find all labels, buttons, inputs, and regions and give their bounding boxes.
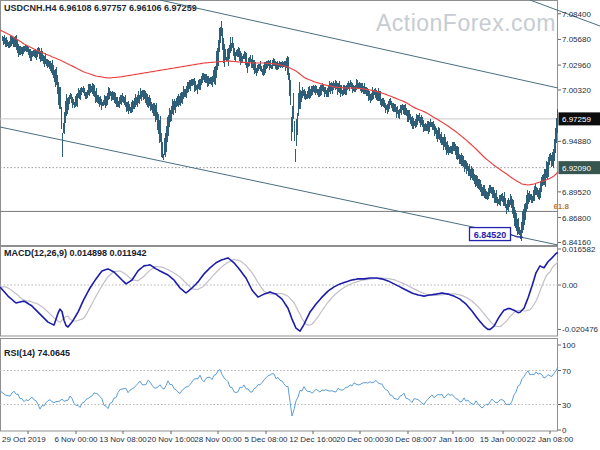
rsi-axis-label: 100 (562, 341, 576, 350)
macd-pane-label: MACD(12,26,9) 0.014898 0.011942 (4, 248, 147, 258)
current-price-badge-text: 6.97259 (562, 115, 591, 124)
chart-window: ActionForex.com USDCNH.H4 6.96108 6.9775… (0, 0, 600, 450)
rsi-pane-label: RSI(14) 74.0645 (4, 348, 70, 358)
time-label: 20 Nov 16:00 (147, 435, 195, 444)
price-axis-label: 6.86800 (562, 214, 591, 223)
rsi-pane-frame (1, 339, 558, 432)
price-axis-label: 6.89520 (562, 188, 591, 197)
price-axis-label: 7.08400 (562, 10, 591, 19)
price-axis-label: 7.00320 (562, 86, 591, 95)
macd-main-line (0, 253, 558, 332)
macd-axis-label: 0.00 (562, 281, 578, 290)
time-label: 13 Nov 08:00 (99, 435, 147, 444)
macd-pane-frame (1, 247, 558, 337)
rsi-axis-label: 30 (562, 401, 571, 410)
macd-signal-line (0, 259, 558, 326)
price-axis-label: 7.02960 (562, 61, 591, 70)
rsi-axis-label: 70 (562, 367, 571, 376)
watermark-text: ActionForex.com (376, 10, 556, 36)
time-label: 6 Nov 00:00 (54, 435, 98, 444)
low-price-tag-text: 6.84520 (474, 230, 507, 240)
ma-line (0, 30, 558, 185)
time-label: 5 Dec 08:00 (244, 435, 288, 444)
time-label: 20 Dec 00:00 (336, 435, 384, 444)
time-label: 12 Dec 16:00 (289, 435, 337, 444)
symbol-ohlc-title: USDCNH.H4 6.96108 6.97757 6.96106 6.9725… (4, 3, 197, 13)
rsi-axis-label: 0 (562, 426, 567, 435)
time-label: 22 Jan 08:00 (527, 435, 574, 444)
macd-axis-label: 0.016582 (562, 245, 596, 254)
fib-level-label: 61.8 (553, 202, 569, 211)
price-pane-frame (1, 1, 558, 246)
time-label: 7 Jan 16:00 (432, 435, 474, 444)
price-axis-label: 6.94880 (562, 137, 591, 146)
level-price-badge-text: 6.92090 (562, 164, 591, 173)
rsi-line (0, 367, 558, 416)
trading-chart[interactable]: ActionForex.com USDCNH.H4 6.96108 6.9775… (0, 0, 600, 450)
price-axis-label: 7.05680 (562, 35, 591, 44)
time-label: 15 Jan 00:00 (480, 435, 527, 444)
macd-axis-label: -0.020476 (562, 325, 599, 334)
time-label: 28 Nov 00:00 (194, 435, 242, 444)
rsi-pane (0, 367, 558, 416)
candles (3, 21, 558, 241)
macd-pane (0, 253, 558, 332)
time-label: 30 Dec 08:00 (384, 435, 432, 444)
price-pane (0, 0, 600, 245)
time-label: 29 Oct 2019 (2, 435, 46, 444)
